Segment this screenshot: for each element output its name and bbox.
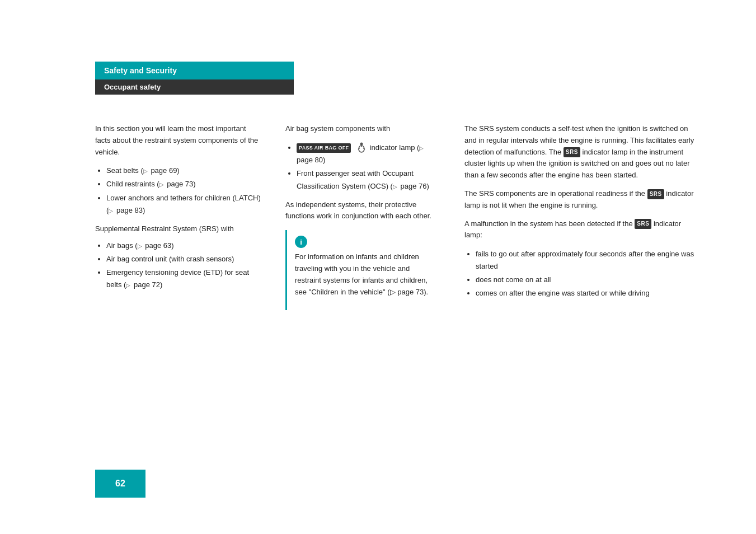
page-number-block: 62: [95, 470, 145, 498]
list-item: Lower anchors and tethers for children (…: [106, 192, 263, 217]
bullet-list-1: Seat belts (▷ page 69) Child restraints …: [95, 165, 263, 216]
list-item: does not come on at all: [476, 274, 700, 286]
header-block: Safety and Security Occupant safety: [95, 62, 294, 95]
srs-label: Supplemental Restraint System (SRS) with: [95, 223, 263, 235]
info-box: i For information on infants and childre…: [285, 230, 442, 310]
list-item: Emergency tensioning device (ETD) for se…: [106, 266, 263, 291]
subsection-title-text: Occupant safety: [104, 83, 161, 91]
section-title: Safety and Security: [95, 62, 294, 79]
list-item-lamp: PASS AIR BAG OFF indicator lamp (▷ page …: [297, 142, 442, 167]
self-test-paragraph: The SRS system conducts a self-test when…: [464, 123, 700, 181]
srs-badge-3: SRS: [635, 219, 651, 229]
bullet-list-2: Air bags (▷ page 63) Air bag control uni…: [95, 240, 263, 291]
airbag-warning-icon: [355, 142, 368, 154]
info-box-text: For information on infants and children …: [295, 251, 434, 298]
malfunction-list: fails to go out after approximately four…: [464, 248, 700, 299]
list-item: Child restraints (▷ page 73): [106, 178, 263, 190]
subsection-title: Occupant safety: [95, 79, 294, 95]
svg-point-0: [360, 143, 363, 146]
page-container: Safety and Security Occupant safety In t…: [0, 0, 756, 534]
list-item: Air bags (▷ page 63): [106, 240, 263, 252]
section-title-text: Safety and Security: [104, 66, 177, 75]
page-number: 62: [115, 479, 125, 489]
independent-systems-text: As independent systems, their protective…: [285, 199, 442, 223]
list-item: Air bag control unit (with crash sensors…: [106, 253, 263, 265]
list-item-ocs: Front passenger seat with Occupant Class…: [297, 167, 442, 192]
content-area: In this section you will learn the most …: [95, 123, 700, 310]
left-column: In this section you will learn the most …: [95, 123, 263, 310]
srs-badge-1: SRS: [564, 147, 580, 157]
malfunction-paragraph: A malfunction in the system has been det…: [464, 218, 700, 242]
operational-paragraph: The SRS components are in operational re…: [464, 188, 700, 212]
list-item: fails to go out after approximately four…: [476, 248, 700, 273]
info-icon: i: [295, 236, 307, 248]
airbag-list: PASS AIR BAG OFF indicator lamp (▷ page …: [285, 142, 442, 193]
srs-badge-2: SRS: [647, 189, 664, 199]
airbag-label: Air bag system components with: [285, 123, 442, 135]
list-item: comes on after the engine was started or…: [476, 287, 700, 299]
middle-column: Air bag system components with PASS AIR …: [285, 123, 442, 310]
right-column: The SRS system conducts a self-test when…: [464, 123, 700, 310]
intro-text: In this section you will learn the most …: [95, 123, 263, 158]
pass-airbag-badge: PASS AIR BAG OFF: [297, 143, 351, 153]
list-item: Seat belts (▷ page 69): [106, 165, 263, 177]
